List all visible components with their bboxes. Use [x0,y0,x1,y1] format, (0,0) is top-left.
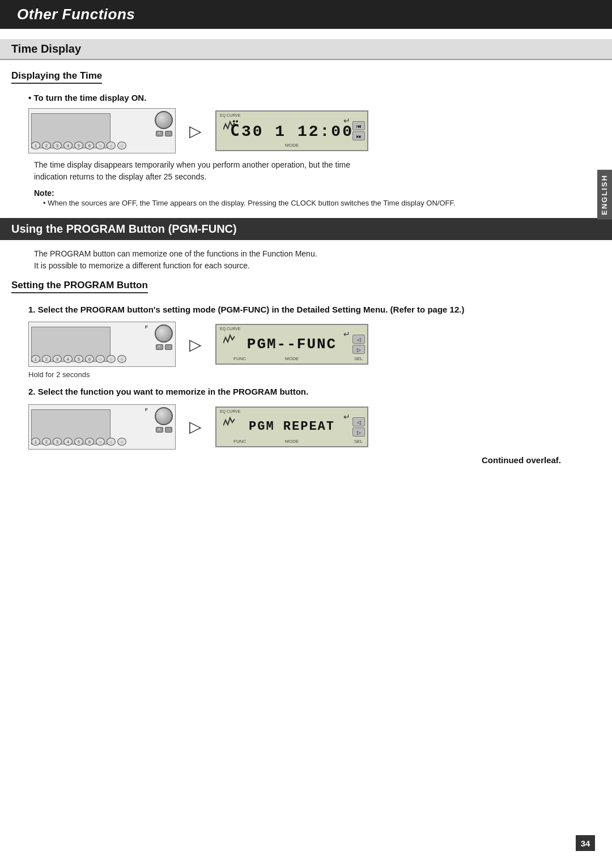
display-nav-2: ◁ SEL ▷ [352,335,365,354]
main-knob-1 [155,111,173,129]
program-desc: The PROGRAM button can memorize one of t… [34,248,578,272]
program-content: The PROGRAM button can memorize one of t… [0,248,612,272]
btn-e7: ○ [96,438,105,446]
page-title: Other Functions [17,6,135,23]
time-display-desc: The time display disappears temporarily … [34,159,578,183]
main-knob-2 [155,324,173,343]
device-diagram-1: 1 2 3 4 5 6 ○ ○ ○ A [28,108,176,153]
eq-wave-icon-2 [223,332,236,349]
setting-program-subsection: Setting the PROGRAM Button [0,277,612,297]
small-btns-2: A [156,344,172,350]
btn-5: 5 [74,142,83,149]
setting-program-content: 1. Select the PROGRAM button's setting m… [0,303,612,465]
func-label-device: F [145,324,148,330]
btn-e8: ○ [107,438,116,446]
small-btn-c: A [156,344,163,350]
device-diagram-3: F 1 2 3 4 5 6 ○ ○ ○ A [28,404,176,450]
func-label-display-3: FUNC [233,439,246,444]
sel-btn-4: ▷ [352,427,365,437]
sel-label-2: SEL [354,356,363,361]
btn-e4: 4 [63,438,73,446]
btn-d1: 1 [31,355,40,363]
btn-e5: 5 [74,438,83,446]
pgm-func-value: PGM--FUNC [247,336,337,353]
btn-e3: 3 [53,438,62,446]
device-buttons-2: 1 2 3 4 5 6 ○ ○ ○ [31,355,126,363]
pgm-repeat-value: PGM REPEAT [249,420,335,434]
btn-e1: 1 [31,438,40,446]
small-btn-a: A [156,131,163,136]
return-arrow-3: ↵ [343,412,350,421]
device-right-controls-1: A [155,111,173,136]
arrow-1: ▷ [189,122,202,140]
arrow-2: ▷ [189,335,202,354]
btn-6: 6 [85,142,94,149]
device-buttons-3: 1 2 3 4 5 6 ○ ○ ○ [31,438,126,446]
program-section-header: Using the PROGRAM Button (PGM-FUNC) [0,218,612,240]
btn-d3: 3 [53,355,62,363]
step-1-text: 1. Select the PROGRAM button's setting m… [28,303,584,317]
time-display-section-header: Time Display [0,39,612,60]
sel-btn-3: ◁ SEL [352,417,365,426]
sel-btn-2: ▷ [352,345,365,354]
btn-e6: 6 [85,438,94,446]
display-nav-3: ◁ SEL ▷ [352,417,365,437]
mode-label-3: MODE [285,439,299,444]
note-text: When the sources are OFF, the Time appea… [43,198,578,209]
small-btn-f [165,427,172,433]
english-tab: ENGLISH [597,170,612,220]
note-label: Note: [34,189,578,198]
device-diagram-2: F 1 2 3 4 5 6 ○ ○ ○ A [28,322,176,367]
small-btn-b [165,131,172,136]
pgm-func-diagram-row: F 1 2 3 4 5 6 ○ ○ ○ A ▷ [28,322,584,367]
device-right-controls-2: A [155,324,173,350]
btn-d5: 5 [74,355,83,363]
step-2-text: 2. Select the function you want to memor… [28,386,584,399]
return-arrow-1: ↵ [343,116,350,125]
btn-3: 3 [53,142,62,149]
btn-d8: ○ [107,355,116,363]
time-display-title: Time Display [11,42,81,55]
time-display-content: To turn the time display ON. 1 2 3 4 5 6… [0,93,612,209]
small-btns-1: A [156,131,172,136]
eq-curve-label-1: EQ CURVE [220,113,240,117]
device-right-controls-3: A [155,407,173,433]
eq-curve-label-3: EQ CURVE [220,409,240,413]
mode-label-1: MODE [285,143,299,148]
time-display-value: C̈30 1 12:00 [230,121,354,140]
small-btn-d [165,344,172,350]
btn-4: 4 [63,142,73,149]
device-buttons-1: 1 2 3 4 5 6 ○ ○ ○ [31,142,126,149]
time-display-screen: EQ CURVE C̈30 1 12:00 ↵ MODE ⏮ ⏭ [215,110,368,151]
time-display-diagram-row: 1 2 3 4 5 6 ○ ○ ○ A ▷ EQ CUR [28,108,584,153]
next-btn-1: ⏭ [352,131,365,140]
page-number: 34 [576,835,595,851]
return-arrow-2: ↵ [343,330,350,339]
sel-btn-1: ◁ SEL [352,335,365,344]
func-label-device-3: F [145,407,148,412]
step1-caption: Hold for 2 seconds [28,370,595,379]
mode-label-2: MODE [285,356,299,361]
display-nav-1: ⏮ ⏭ [352,121,365,140]
continued-overleaf: Continued overleaf. [17,455,561,465]
btn-8: ○ [107,142,116,149]
sel-label-3: SEL [354,439,363,444]
btn-d7: ○ [96,355,105,363]
pgm-func-display: EQ CURVE PGM--FUNC ↵ FUNC MODE SEL ◁ SEL… [215,324,368,365]
prev-btn-1: ⏮ [352,121,365,130]
btn-d9: ○ [117,355,126,363]
pgm-repeat-display: EQ CURVE PGM REPEAT ↵ FUNC MODE SEL ◁ SE… [215,407,368,447]
pgm-repeat-diagram-row: F 1 2 3 4 5 6 ○ ○ ○ A ▷ [28,404,584,450]
page-header: Other Functions [0,0,612,29]
eq-wave-icon-3 [223,414,236,431]
btn-2: 2 [42,142,51,149]
turn-on-bullet: To turn the time display ON. [28,93,595,102]
small-btn-e: A [156,427,163,433]
displaying-time-title: Displaying the Time [11,70,102,84]
btn-e2: 2 [42,438,51,446]
program-section-title: Using the PROGRAM Button (PGM-FUNC) [11,223,237,235]
displaying-time-subsection: Displaying the Time [0,68,612,87]
eq-curve-label-2: EQ CURVE [220,327,240,331]
btn-e9: ○ [117,438,126,446]
time-display-note: Note: When the sources are OFF, the Time… [34,189,578,209]
